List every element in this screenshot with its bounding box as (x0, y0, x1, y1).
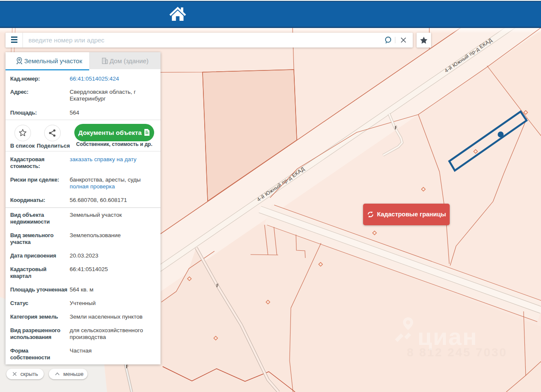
svg-text:8 812 245 7030: 8 812 245 7030 (407, 346, 507, 359)
